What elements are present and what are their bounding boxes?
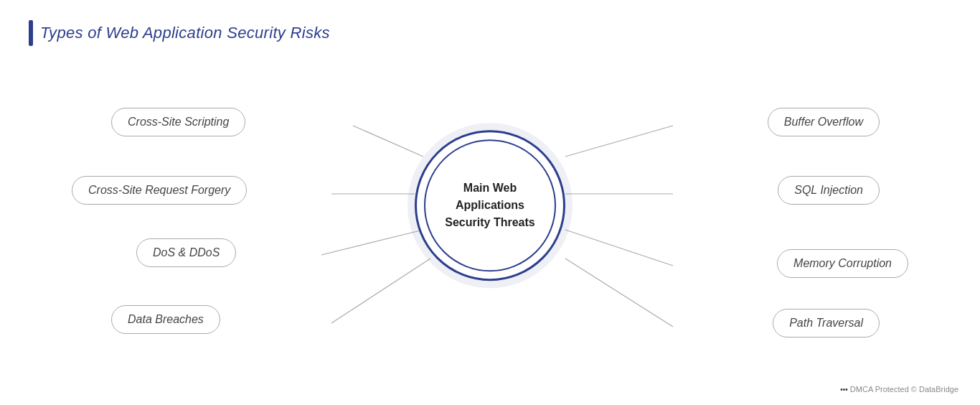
pill-label-data-breaches: Data Breaches: [128, 313, 204, 326]
center-circle: Main Web Applications Security Threats: [415, 130, 565, 281]
pill-label-path-traversal: Path Traversal: [789, 317, 863, 330]
pill-data-breaches: Data Breaches: [111, 305, 220, 334]
pill-cross-site-scripting: Cross-Site Scripting: [111, 108, 245, 136]
pill-cross-site-request-forgery: Cross-Site Request Forgery: [72, 176, 247, 205]
pill-memory-corruption: Memory Corruption: [777, 249, 908, 278]
svg-line-6: [565, 230, 673, 266]
pill-label-cross-site-request-forgery: Cross-Site Request Forgery: [88, 184, 230, 197]
svg-line-7: [565, 259, 673, 327]
svg-line-2: [321, 230, 423, 255]
pill-label-dos-ddos: DoS & DDoS: [153, 246, 220, 259]
pill-label-cross-site-scripting: Cross-Site Scripting: [128, 116, 229, 129]
center-circle-inner: Main Web Applications Security Threats: [424, 139, 556, 271]
pill-sql-injection: SQL Injection: [778, 176, 880, 205]
pill-dos-ddos: DoS & DDoS: [136, 238, 236, 267]
center-line3: Security Threats: [445, 216, 534, 228]
pill-label-memory-corruption: Memory Corruption: [793, 257, 892, 270]
svg-line-0: [353, 126, 423, 157]
svg-line-4: [565, 126, 673, 157]
pill-label-buffer-overflow: Buffer Overflow: [784, 116, 863, 129]
center-text: Main Web Applications Security Threats: [436, 180, 543, 231]
pill-buffer-overflow: Buffer Overflow: [768, 108, 880, 136]
pill-path-traversal: Path Traversal: [773, 309, 880, 338]
page: Types of Web Application Security Risks …: [0, 0, 980, 405]
center-line1: Main Web: [463, 182, 517, 194]
pill-label-sql-injection: SQL Injection: [794, 184, 863, 197]
svg-line-3: [331, 259, 430, 323]
center-line2: Applications: [456, 199, 524, 211]
